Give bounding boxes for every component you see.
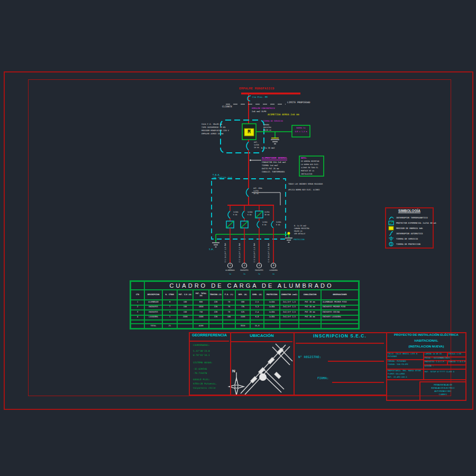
load-table-cell: ENCHUFES [144, 305, 162, 310]
load-table-header: OBSERVACIONES [321, 290, 359, 300]
load-table-header: POT. TOTAL (W) [193, 290, 209, 300]
load-table-header: CANALIZACION [299, 290, 321, 300]
load-table-cell: ENCHUFES COCINA [321, 310, 359, 315]
circuit-label: ENCHUFES [236, 270, 252, 271]
load-table-cell: 3 [131, 310, 144, 315]
load-table-cell: 2 [131, 305, 144, 310]
meter-icon [388, 226, 394, 231]
load-table-cell: 2x2,5+T 2,5 [280, 305, 299, 310]
load-table-cell [264, 320, 280, 324]
feeder-title: ALIMENTADOR GENERAL [262, 157, 287, 160]
main-breaker-label: 10 kA [253, 193, 259, 195]
load-table-header: PROTECCION [264, 290, 280, 300]
georef-coord-title: COORDENADAS: [193, 344, 210, 346]
circuit-sub: 4a [271, 273, 276, 275]
board-observation: TODAS LAS UNIONES SERAN SOLDADAS [288, 184, 323, 185]
table-row: TOTAL214100332015,0 [131, 324, 359, 328]
load-table-cell: ENCHUFES [144, 310, 162, 315]
load-table-cell: PVC 20 mm [299, 315, 321, 321]
north-label: N [232, 369, 235, 373]
tb-signer-2: INSTALADOR ELECTRICO [419, 387, 466, 389]
breaker-label: 1x16A [262, 222, 267, 223]
load-table-header: N. CTROS [162, 290, 177, 300]
board-subtag: TAB. PARTIDA 10x8 [213, 177, 232, 179]
circuit-number: 1 [228, 264, 232, 267]
tb-signer-4: CLASE D [419, 393, 466, 396]
tb-date: FECHA : DICIEMBRE/2021 [425, 358, 450, 360]
protection-earth-label: T. PROTECCION [290, 239, 305, 241]
earth-chamber-label: BARRA Cu [292, 127, 309, 130]
meter-note: TIPO INTEMPERIE IP-65 [202, 127, 225, 129]
load-table-cell: 1500 [177, 315, 193, 321]
main-breaker-label: AUT. GRAL [253, 188, 262, 189]
board-tag: T.D.A. [213, 174, 220, 176]
load-table-cell [250, 320, 264, 324]
circuit-sub: 1a [227, 273, 233, 275]
feeder-line: CANALIZ. SUBTERRANEA [262, 171, 285, 173]
load-table-cell: LAVADORA [144, 315, 162, 321]
meter-breaker-label: 10 kA [254, 147, 259, 149]
project-title-3: (INSTALACION NUEVA) [387, 345, 465, 348]
load-table-cell [280, 324, 299, 328]
breaker-icon [388, 215, 394, 220]
load-table-cell [131, 324, 144, 328]
circuit-label: LAVADORA [266, 270, 281, 271]
client-label: CLIENTE [222, 106, 232, 108]
drop-label-2: 2x6 mm2 XLPE [252, 111, 266, 113]
load-table-cell [223, 324, 235, 328]
load-table-header: POT. C/U (W) [177, 290, 193, 300]
meter-note: CAJA F.G. 20x20 cm [202, 124, 222, 126]
load-table-cell: 220 [209, 300, 223, 305]
meter-breaker-label: 1x32A [254, 144, 259, 146]
legend-box: SIMBOLOGÍA INTERRUPTOR TERMOMAGNETICO PR… [385, 207, 434, 249]
load-table-cell: 150 [177, 305, 193, 310]
load-schedule-table: CUADRO DE CARGA DE ALUMBRADOCTODESCRIPCI… [130, 280, 360, 329]
load-table-cell: 70 [223, 300, 235, 305]
table-row: 3ENCHUFES5150750220705252,41x16A2x2,5+T … [131, 310, 359, 315]
protective-earth-tag: T.P. [209, 249, 214, 251]
main-breaker-label: 1x25A [253, 190, 259, 192]
load-table-cell [144, 320, 162, 324]
load-table-cell: ALUMBRADO [144, 300, 162, 305]
load-table-cell: 100 [223, 315, 235, 321]
load-table-cell: 220 [209, 305, 223, 310]
circuit-number: 3 [257, 264, 261, 267]
load-table-header: DEM. (W) [235, 290, 250, 300]
load-table-cell: 15,0 [250, 324, 264, 328]
tb-street-2: PUTAENDO [388, 356, 397, 358]
meter-note: MEDIDOR MONOFASICO 220 V [202, 130, 229, 132]
meter-breaker-label: AUT. [254, 142, 258, 143]
breaker-label: 6 kA [276, 224, 280, 226]
service-earth-note: 60x60 cm [263, 130, 271, 131]
board-observation: APLICA NORMA NCH ELEC. 4/2003 [288, 189, 319, 191]
note-line: LA NORMA NCH ELEC. [301, 164, 319, 166]
switch-icon [388, 231, 394, 236]
meter-letter: M [244, 130, 254, 134]
service-earth-label: TIERRA DE SERVICIO [263, 121, 283, 123]
georef-coord: W.70°43'10.1 [193, 354, 210, 356]
service-earth-note: CAMARA [263, 124, 269, 126]
load-table-cell [209, 320, 223, 324]
load-table-cell: 525 [235, 310, 250, 315]
load-table-cell: 735 [235, 305, 250, 310]
earth-rod-icon [288, 232, 290, 235]
load-table-cell: 5 [162, 310, 177, 315]
load-table-cell [162, 320, 177, 324]
georef-sys-title: SISTEMA WGS84: [193, 362, 213, 364]
table-row: CUADRO DE CARGA DE ALUMBRADO [131, 281, 359, 290]
drop-label-1: EMPALME CONCENTRICO [252, 107, 274, 109]
load-table-header: CTO [131, 290, 144, 300]
load-table-cell: 3,3 [250, 305, 264, 310]
breaker-label: 6 kA [262, 224, 266, 226]
circuit-number: 2 [242, 264, 246, 267]
branch-breaker-icon [228, 211, 230, 218]
load-table-cell [264, 324, 280, 328]
feeder-line: TIERRA 1x4 mm2 [262, 165, 278, 167]
tb-commune: COMUNA: PUTAENDO [388, 361, 406, 363]
load-table-cell: PVC 20 mm [299, 310, 321, 315]
load-table-cell: 7 [162, 305, 177, 310]
ground-service-icon [388, 236, 394, 241]
feeder-line: DUCTO PVC 25 mm [262, 168, 279, 170]
feeder-line: CONDUCTOR EVA 2x6 mm2 [262, 162, 286, 164]
table-row: 1ALUMBRADO8100800220705602,51x10A2x1,5+T… [131, 300, 359, 305]
